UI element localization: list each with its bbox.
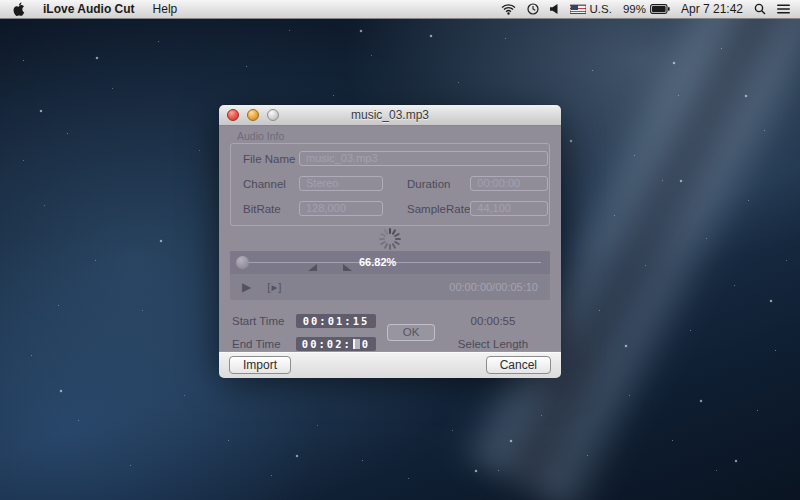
progress-percent: 66.82% bbox=[359, 256, 396, 268]
menu-status-area: U.S. 99% Apr 7 21:42 bbox=[501, 2, 790, 16]
menu-bar: iLove Audio Cut Help U.S. 99% bbox=[0, 0, 800, 19]
bitrate-label: BitRate bbox=[243, 203, 299, 215]
end-time-suffix: 0 bbox=[362, 339, 370, 350]
end-time-field[interactable]: 00:02:0 bbox=[296, 337, 376, 351]
window-titlebar[interactable]: music_03.mp3 bbox=[219, 105, 561, 126]
time-display: 00:00:00/00:05:10 bbox=[449, 281, 538, 293]
ok-button[interactable]: OK bbox=[387, 324, 436, 341]
bitrate-field[interactable]: 128,000 bbox=[299, 201, 383, 216]
end-time-label: End Time bbox=[232, 338, 296, 350]
end-marker-icon bbox=[343, 264, 352, 271]
battery-percent: 99% bbox=[623, 3, 646, 15]
file-name-label: File Name bbox=[243, 153, 299, 165]
play-selection-button[interactable]: [▸] bbox=[267, 280, 282, 294]
apple-menu-icon[interactable] bbox=[13, 2, 26, 17]
audio-info-group: File Name music_03.mp3 Channel Stereo Du… bbox=[230, 143, 550, 226]
trim-section: Start Time 00:01:15 OK 00:00:55 End Time… bbox=[230, 314, 550, 351]
player-panel: 66.82% ▶ [▸] 00:00:00/00:05:10 bbox=[230, 251, 550, 300]
file-name-field[interactable]: music_03.mp3 bbox=[299, 151, 548, 166]
samplerate-label: SampleRate bbox=[383, 203, 470, 215]
clock-icon[interactable] bbox=[527, 3, 539, 15]
minimize-button[interactable] bbox=[247, 109, 259, 121]
player-controls: ▶ [▸] 00:00:00/00:05:10 bbox=[230, 274, 550, 300]
input-source-menu[interactable]: U.S. bbox=[570, 3, 612, 15]
end-time-prefix: 00:02: bbox=[302, 339, 352, 350]
edit-cursor bbox=[353, 339, 360, 349]
spotlight-icon[interactable] bbox=[754, 3, 766, 15]
seek-slider[interactable]: 66.82% bbox=[230, 251, 550, 274]
start-time-label: Start Time bbox=[232, 315, 296, 327]
cancel-button[interactable]: Cancel bbox=[486, 356, 551, 374]
traffic-lights bbox=[227, 109, 279, 121]
play-button[interactable]: ▶ bbox=[242, 281, 251, 293]
notification-center-icon[interactable] bbox=[777, 4, 790, 14]
close-button[interactable] bbox=[227, 109, 239, 121]
menu-datetime[interactable]: Apr 7 21:42 bbox=[681, 2, 743, 16]
audio-info-legend: Audio Info bbox=[237, 130, 550, 142]
duration-field[interactable]: 00:00:00 bbox=[470, 176, 548, 191]
samplerate-field[interactable]: 44,100 bbox=[470, 201, 548, 216]
menu-item-help[interactable]: Help bbox=[153, 2, 178, 16]
dialog-footer: Import Cancel bbox=[219, 351, 561, 378]
import-button[interactable]: Import bbox=[229, 356, 291, 374]
select-length-value: 00:00:55 bbox=[438, 315, 548, 327]
channel-label: Channel bbox=[243, 178, 299, 190]
slider-knob[interactable] bbox=[236, 256, 249, 269]
start-time-field[interactable]: 00:01:15 bbox=[296, 314, 376, 328]
channel-field[interactable]: Stereo bbox=[299, 176, 383, 191]
menu-app-name[interactable]: iLove Audio Cut bbox=[43, 2, 135, 16]
duration-label: Duration bbox=[383, 178, 470, 190]
battery-icon bbox=[650, 4, 670, 14]
dialog-content-dimmed: Audio Info File Name music_03.mp3 Channe… bbox=[219, 126, 561, 351]
select-length-label: Select Length bbox=[438, 338, 548, 350]
start-marker-icon bbox=[308, 264, 317, 271]
battery-menu[interactable]: 99% bbox=[623, 3, 670, 15]
loading-spinner-icon bbox=[379, 228, 401, 250]
audio-cut-dialog: music_03.mp3 Audio Info File Name music_… bbox=[219, 105, 561, 369]
us-flag-icon bbox=[570, 4, 586, 14]
input-source-label: U.S. bbox=[590, 3, 612, 15]
zoom-button bbox=[267, 109, 279, 121]
volume-icon[interactable] bbox=[550, 4, 559, 14]
wifi-icon[interactable] bbox=[501, 4, 516, 15]
